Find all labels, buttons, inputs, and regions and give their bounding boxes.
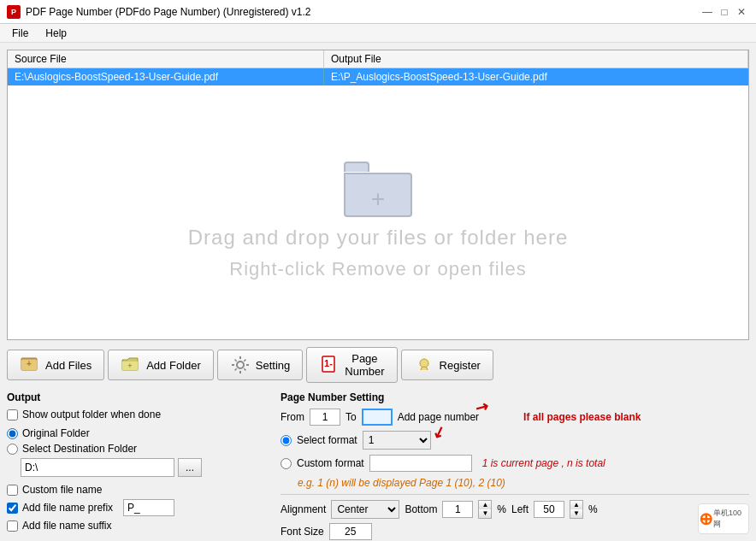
- svg-text:+: +: [128, 362, 133, 370]
- custom-file-name-row: Custom file name: [7, 484, 263, 496]
- bottom-spinner[interactable]: ▲ ▼: [478, 500, 492, 519]
- page-number-section-label: Page Number Setting: [281, 391, 749, 403]
- folder-plus-icon: +: [371, 185, 385, 213]
- select-format-radio[interactable]: [281, 435, 292, 446]
- custom-format-label[interactable]: Custom format: [297, 457, 364, 469]
- from-to-row: From To Add page number ↗ If all pages p…: [281, 409, 749, 426]
- format-select[interactable]: 1 i I a: [363, 431, 431, 450]
- show-output-row: Show output folder when done: [7, 409, 263, 420]
- page-number-label: Page Number: [345, 352, 384, 378]
- from-input[interactable]: [310, 409, 340, 426]
- show-output-label[interactable]: Show output folder when done: [22, 409, 161, 420]
- file-list-header: Source File Output File: [8, 50, 748, 68]
- alignment-row: Alignment Center Left Right Bottom ▲ ▼ %…: [281, 500, 749, 519]
- alignment-select[interactable]: Center Left Right: [331, 500, 399, 519]
- bottom-up-arrow[interactable]: ▲: [479, 501, 491, 509]
- alignment-label: Alignment: [281, 503, 326, 515]
- main-window: Source File Output File E:\Auslogics-Boo…: [0, 43, 756, 541]
- add-files-icon: +: [20, 355, 40, 375]
- svg-text:+: +: [27, 359, 32, 368]
- add-files-button[interactable]: + Add Files: [7, 350, 104, 380]
- setting-label: Setting: [256, 359, 290, 372]
- browse-button[interactable]: ...: [178, 458, 202, 477]
- source-col-header: Source File: [8, 50, 324, 68]
- watermark-logo: ⊕ 单机100网: [698, 503, 749, 534]
- custom-format-row: Custom format 1 is current page , n is t…: [281, 455, 749, 472]
- output-section: Output Show output folder when done Orig…: [7, 391, 263, 541]
- app-icon: P: [7, 5, 21, 19]
- setting-button[interactable]: Setting: [217, 350, 303, 380]
- close-button[interactable]: ✕: [734, 4, 749, 20]
- add-suffix-label[interactable]: Add file name suffix: [22, 520, 112, 532]
- prefix-value-input[interactable]: [123, 499, 174, 516]
- if-all-pages-note: If all pages please blank: [523, 411, 641, 423]
- select-dest-label[interactable]: Select Destination Folder: [22, 443, 137, 455]
- bottom-section: Output Show output folder when done Orig…: [7, 391, 749, 541]
- original-folder-label[interactable]: Original Folder: [22, 427, 90, 439]
- add-folder-icon: +: [121, 355, 141, 375]
- file-list-area[interactable]: Source File Output File E:\Auslogics-Boo…: [7, 50, 749, 340]
- register-label: Register: [440, 359, 481, 372]
- left-label: Left: [511, 503, 529, 515]
- to-input[interactable]: [362, 409, 393, 426]
- page-number-button[interactable]: 1- Page Number: [306, 347, 397, 383]
- drop-text2: Right-click Remove or open files: [229, 258, 526, 280]
- bottom-down-arrow[interactable]: ▼: [479, 509, 491, 518]
- dest-path-input[interactable]: [21, 458, 174, 477]
- page-number-section: Page Number Setting From To Add page num…: [281, 391, 749, 541]
- page-number-icon: 1-: [319, 355, 340, 375]
- original-folder-row: Original Folder: [7, 427, 263, 439]
- left-down-arrow[interactable]: ▼: [570, 509, 582, 518]
- file-row[interactable]: E:\Auslogics-BoostSpeed-13-User-Guide.pd…: [8, 68, 748, 85]
- register-icon: [414, 355, 434, 375]
- current-page-note: 1 is current page , n is total: [482, 457, 605, 469]
- select-format-label[interactable]: Select format: [297, 434, 357, 446]
- custom-file-name-label[interactable]: Custom file name: [22, 484, 102, 496]
- select-dest-radio[interactable]: [7, 444, 18, 455]
- add-files-label: Add Files: [45, 359, 92, 372]
- show-output-checkbox[interactable]: [7, 409, 18, 420]
- add-suffix-checkbox[interactable]: [7, 520, 18, 532]
- menu-help[interactable]: Help: [37, 26, 75, 40]
- example-note-row: e.g. 1 (n) will be displayed Page 1 (10)…: [298, 477, 749, 489]
- setting-icon: [230, 355, 251, 375]
- add-prefix-row: Add file name prefix: [7, 502, 113, 514]
- bottom-percent: %: [497, 503, 506, 515]
- custom-format-input[interactable]: [369, 455, 472, 472]
- add-folder-button[interactable]: + Add Folder: [108, 350, 214, 380]
- title-bar: P PDF Page Number (PDFdo Page Number) (U…: [0, 0, 756, 24]
- bottom-input[interactable]: [442, 501, 473, 518]
- maximize-button[interactable]: □: [717, 4, 732, 20]
- left-spinner[interactable]: ▲ ▼: [570, 500, 583, 519]
- add-page-number-label: Add page number: [398, 411, 479, 423]
- svg-point-4: [237, 362, 244, 368]
- drop-text: Drag and drop your files or folder here: [188, 226, 569, 250]
- register-button[interactable]: Register: [401, 350, 493, 380]
- folder-icon: +: [344, 162, 412, 217]
- minimize-button[interactable]: —: [700, 4, 715, 20]
- add-prefix-label[interactable]: Add file name prefix: [22, 502, 113, 514]
- output-section-label: Output: [7, 391, 263, 403]
- menu-file[interactable]: File: [3, 26, 37, 40]
- bottom-label: Bottom: [405, 503, 437, 515]
- add-prefix-checkbox[interactable]: [7, 503, 18, 514]
- left-up-arrow[interactable]: ▲: [570, 501, 582, 509]
- font-size-label: Font Size: [281, 526, 324, 538]
- original-folder-radio[interactable]: [7, 428, 18, 439]
- add-folder-label: Add Folder: [146, 359, 201, 372]
- output-file-cell: E:\P_Auslogics-BoostSpeed-13-User-Guide.…: [324, 68, 748, 85]
- left-percent: %: [588, 503, 598, 515]
- example-note: e.g. 1 (n) will be displayed Page 1 (10)…: [298, 477, 505, 489]
- left-input[interactable]: [534, 501, 564, 518]
- select-format-row: Select format 1 i I a ↙: [281, 431, 749, 450]
- drop-zone[interactable]: + Drag and drop your files or folder her…: [8, 102, 748, 339]
- custom-file-name-checkbox[interactable]: [7, 485, 18, 496]
- title-bar-text: PDF Page Number (PDFdo Page Number) (Unr…: [26, 6, 310, 18]
- to-label: To: [346, 411, 357, 423]
- output-col-header: Output File: [324, 50, 748, 68]
- watermark-text: 单机100网: [713, 508, 748, 530]
- from-label: From: [281, 411, 304, 423]
- font-size-input[interactable]: [329, 523, 372, 540]
- custom-format-radio[interactable]: [281, 458, 292, 469]
- add-suffix-row: Add file name suffix: [7, 520, 263, 532]
